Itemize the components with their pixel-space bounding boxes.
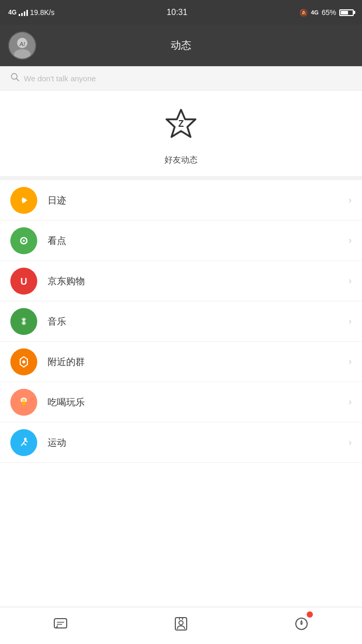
svg-line-5 (17, 79, 19, 81)
star-label: 好友动态 (164, 155, 198, 166)
header: AI 动态 (0, 25, 362, 66)
battery-icon (339, 9, 354, 16)
network-4g-icon: 4G (311, 9, 319, 16)
svg-point-13 (23, 240, 25, 242)
food-chevron: › (349, 397, 352, 407)
menu-item-riji[interactable]: 日迹 › (0, 180, 362, 221)
music-icon (10, 308, 37, 335)
sport-label: 运动 (48, 436, 349, 449)
search-icon (10, 72, 20, 84)
svg-text:Z: Z (178, 119, 184, 129)
contacts-icon (174, 617, 188, 635)
food-label: 吃喝玩乐 (48, 396, 349, 408)
messages-icon (53, 617, 68, 635)
page-title: 动态 (171, 38, 191, 52)
menu-item-food[interactable]: 吃喝玩乐 › (0, 382, 362, 422)
svg-point-27 (24, 437, 27, 440)
mute-icon: 🔕 (299, 9, 308, 17)
nav-messages[interactable] (0, 607, 120, 644)
battery-percent: 65% (322, 8, 336, 17)
jingdong-chevron: › (349, 275, 352, 286)
food-icon (10, 389, 37, 416)
svg-rect-32 (54, 619, 67, 628)
nav-discover[interactable] (242, 607, 362, 644)
search-placeholder: We don't talk anyone (24, 74, 96, 83)
kandian-label: 看点 (48, 235, 349, 247)
search-bar[interactable]: We don't talk anyone (0, 66, 362, 91)
sport-icon (10, 429, 37, 456)
nearby-label: 附近的群 (48, 356, 349, 368)
menu-item-sport[interactable]: 运动 › (0, 422, 362, 463)
svg-text:U: U (21, 276, 27, 287)
avatar[interactable]: AI (8, 32, 36, 60)
riji-icon (10, 187, 37, 214)
status-right: 🔕 4G 65% (299, 8, 354, 17)
music-chevron: › (349, 316, 352, 327)
nearby-icon (10, 348, 37, 375)
svg-point-36 (179, 621, 183, 625)
carrier-label: 4G (8, 9, 17, 16)
star-icon: Z (163, 106, 199, 150)
status-left: 4G 19.8K/s (8, 8, 55, 17)
sport-chevron: › (349, 437, 352, 448)
svg-point-41 (300, 623, 303, 625)
menu-item-music[interactable]: 音乐 › (0, 301, 362, 342)
jingdong-icon: U (10, 268, 37, 295)
avatar-image: AI (9, 33, 35, 58)
music-label: 音乐 (48, 315, 349, 328)
discover-icon (294, 617, 309, 635)
menu-item-jingdong[interactable]: U 京东购物 › (0, 261, 362, 301)
status-bar: 4G 19.8K/s 10:31 🔕 4G 65% (0, 0, 362, 25)
svg-marker-40 (300, 620, 303, 623)
star-section: Z 好友动态 (0, 91, 362, 180)
svg-text:AI: AI (19, 41, 25, 47)
bottom-nav (0, 607, 362, 644)
nav-contacts[interactable] (120, 607, 241, 644)
jingdong-label: 京东购物 (48, 275, 349, 287)
status-time: 10:31 (167, 8, 187, 17)
speed-label: 19.8K/s (30, 8, 54, 17)
signal-bars (19, 9, 28, 16)
kandian-chevron: › (349, 235, 352, 246)
nearby-chevron: › (349, 356, 352, 367)
page-content: We don't talk anyone Z 好友动态 日迹 (0, 66, 362, 500)
menu-item-kandian[interactable]: 看点 › (0, 221, 362, 261)
riji-label: 日迹 (48, 194, 349, 207)
svg-point-21 (22, 360, 25, 363)
menu-item-nearby[interactable]: 附近的群 › (0, 342, 362, 382)
svg-point-18 (23, 322, 25, 324)
menu-list: 日迹 › 看点 › U 京东购物 › (0, 180, 362, 463)
kandian-icon (10, 227, 37, 254)
riji-chevron: › (349, 195, 352, 206)
svg-point-24 (22, 399, 26, 402)
discover-badge (307, 611, 313, 618)
